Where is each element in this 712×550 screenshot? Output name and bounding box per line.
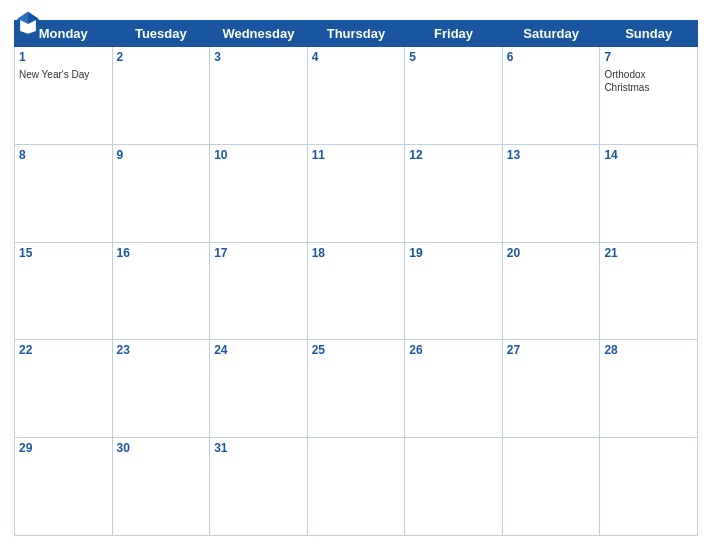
day-number: 28 <box>604 343 693 359</box>
day-number: 17 <box>214 246 303 262</box>
day-number: 21 <box>604 246 693 262</box>
weekday-header-friday: Friday <box>405 21 503 47</box>
day-number: 4 <box>312 50 401 66</box>
calendar-table: MondayTuesdayWednesdayThursdayFridaySatu… <box>14 20 698 536</box>
calendar-body: 1New Year's Day234567Orthodox Christmas8… <box>15 47 698 536</box>
calendar-cell: 1New Year's Day <box>15 47 113 145</box>
calendar-cell: 9 <box>112 144 210 242</box>
day-number: 1 <box>19 50 108 66</box>
weekday-header-wednesday: Wednesday <box>210 21 308 47</box>
calendar-cell: 17 <box>210 242 308 340</box>
calendar-cell: 6 <box>502 47 600 145</box>
calendar-cell: 12 <box>405 144 503 242</box>
day-number: 9 <box>117 148 206 164</box>
day-number: 5 <box>409 50 498 66</box>
calendar-cell: 24 <box>210 340 308 438</box>
calendar-cell: 8 <box>15 144 113 242</box>
day-number: 29 <box>19 441 108 457</box>
calendar-header <box>14 10 698 14</box>
day-number: 22 <box>19 343 108 359</box>
calendar-cell: 30 <box>112 438 210 536</box>
calendar-cell <box>502 438 600 536</box>
calendar-week-row: 293031 <box>15 438 698 536</box>
logo-area <box>14 10 45 38</box>
calendar-week-row: 22232425262728 <box>15 340 698 438</box>
holiday-name: Orthodox Christmas <box>604 68 693 94</box>
calendar-cell: 26 <box>405 340 503 438</box>
calendar-cell: 31 <box>210 438 308 536</box>
day-number: 27 <box>507 343 596 359</box>
calendar-wrapper: MondayTuesdayWednesdayThursdayFridaySatu… <box>0 0 712 550</box>
calendar-week-row: 15161718192021 <box>15 242 698 340</box>
calendar-cell <box>405 438 503 536</box>
day-number: 12 <box>409 148 498 164</box>
day-number: 31 <box>214 441 303 457</box>
calendar-cell: 23 <box>112 340 210 438</box>
day-number: 11 <box>312 148 401 164</box>
calendar-cell: 18 <box>307 242 405 340</box>
logo-icon <box>14 10 42 38</box>
calendar-cell: 21 <box>600 242 698 340</box>
calendar-cell: 20 <box>502 242 600 340</box>
calendar-cell: 22 <box>15 340 113 438</box>
calendar-cell: 14 <box>600 144 698 242</box>
day-number: 14 <box>604 148 693 164</box>
calendar-cell: 4 <box>307 47 405 145</box>
holiday-name: New Year's Day <box>19 68 108 81</box>
calendar-cell: 13 <box>502 144 600 242</box>
weekday-header-tuesday: Tuesday <box>112 21 210 47</box>
calendar-cell <box>307 438 405 536</box>
weekday-header-saturday: Saturday <box>502 21 600 47</box>
day-number: 18 <box>312 246 401 262</box>
day-number: 24 <box>214 343 303 359</box>
calendar-cell: 16 <box>112 242 210 340</box>
day-number: 10 <box>214 148 303 164</box>
calendar-week-row: 1New Year's Day234567Orthodox Christmas <box>15 47 698 145</box>
calendar-week-row: 891011121314 <box>15 144 698 242</box>
calendar-cell: 15 <box>15 242 113 340</box>
calendar-cell: 2 <box>112 47 210 145</box>
calendar-cell: 3 <box>210 47 308 145</box>
day-number: 15 <box>19 246 108 262</box>
day-number: 3 <box>214 50 303 66</box>
day-number: 19 <box>409 246 498 262</box>
calendar-cell: 28 <box>600 340 698 438</box>
day-number: 25 <box>312 343 401 359</box>
calendar-cell: 29 <box>15 438 113 536</box>
day-number: 7 <box>604 50 693 66</box>
day-number: 23 <box>117 343 206 359</box>
day-number: 6 <box>507 50 596 66</box>
day-number: 20 <box>507 246 596 262</box>
calendar-cell: 10 <box>210 144 308 242</box>
day-number: 2 <box>117 50 206 66</box>
calendar-cell: 19 <box>405 242 503 340</box>
calendar-cell <box>600 438 698 536</box>
weekday-header-row: MondayTuesdayWednesdayThursdayFridaySatu… <box>15 21 698 47</box>
day-number: 13 <box>507 148 596 164</box>
day-number: 26 <box>409 343 498 359</box>
calendar-cell: 27 <box>502 340 600 438</box>
day-number: 30 <box>117 441 206 457</box>
calendar-thead: MondayTuesdayWednesdayThursdayFridaySatu… <box>15 21 698 47</box>
calendar-cell: 7Orthodox Christmas <box>600 47 698 145</box>
day-number: 16 <box>117 246 206 262</box>
day-number: 8 <box>19 148 108 164</box>
calendar-cell: 5 <box>405 47 503 145</box>
calendar-cell: 25 <box>307 340 405 438</box>
weekday-header-thursday: Thursday <box>307 21 405 47</box>
weekday-header-sunday: Sunday <box>600 21 698 47</box>
calendar-cell: 11 <box>307 144 405 242</box>
